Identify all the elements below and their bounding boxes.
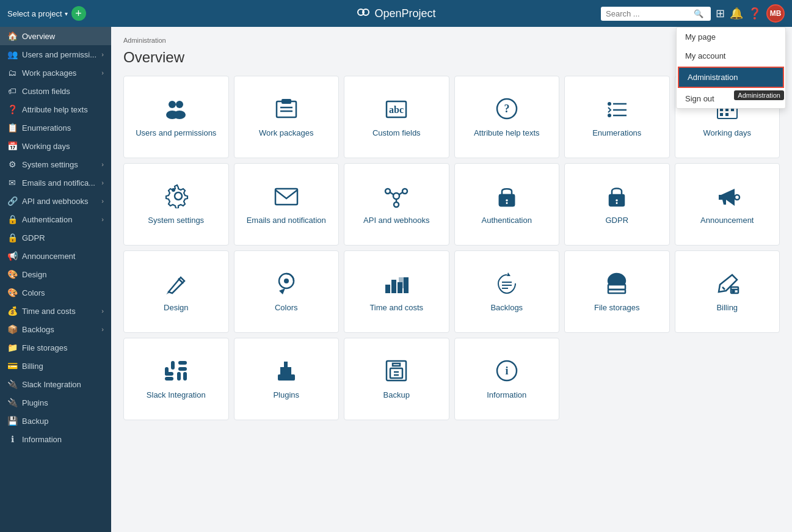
card-authentication[interactable]: Authentication: [454, 163, 560, 246]
card-information[interactable]: i Information: [454, 338, 560, 420]
sidebar-item-api-webhooks[interactable]: 🔗 API and webhooks ›: [0, 192, 111, 210]
svg-point-43: [615, 199, 619, 202]
sidebar-item-time-costs[interactable]: 💰 Time and costs ›: [0, 302, 111, 320]
svg-point-48: [284, 279, 289, 283]
card-gdpr[interactable]: GDPR: [564, 163, 670, 246]
svg-point-3: [176, 101, 183, 108]
svg-rect-62: [177, 372, 181, 381]
sidebar-item-design[interactable]: 🎨 Design: [0, 265, 111, 283]
svg-point-5: [173, 111, 186, 119]
sidebar-item-label: Authentication: [22, 215, 96, 224]
sidebar-item-gdpr[interactable]: 🔒 GDPR: [0, 228, 111, 247]
dropdown-my-account[interactable]: My account: [677, 46, 785, 65]
sidebar-item-label: Announcement: [22, 252, 104, 261]
information-icon: i: [493, 359, 520, 383]
sidebar-item-emails-notifications[interactable]: ✉ Emails and notifica... ›: [0, 173, 111, 192]
help-texts-icon: ❓: [7, 104, 17, 114]
sidebar-item-authentication[interactable]: 🔒 Authentication ›: [0, 210, 111, 228]
search-input[interactable]: [606, 9, 691, 18]
card-design[interactable]: Design: [123, 250, 229, 333]
work-packages-icon: [273, 97, 300, 121]
sidebar-item-work-packages[interactable]: 🗂 Work packages ›: [0, 64, 111, 82]
file-storages-icon: 📁: [7, 343, 17, 352]
sidebar-item-backup[interactable]: 💾 Backup: [0, 412, 111, 430]
svg-point-29: [172, 188, 175, 192]
sidebar-item-information[interactable]: ℹ Information: [0, 430, 111, 448]
svg-point-33: [402, 189, 407, 194]
search-box[interactable]: 🔍: [601, 7, 711, 21]
sidebar-item-label: Colors: [22, 288, 104, 297]
sidebar-item-announcement[interactable]: 📢 Announcement: [0, 247, 111, 265]
card-enumerations[interactable]: Enumerations: [564, 76, 670, 158]
sidebar-item-billing[interactable]: 💳 Billing: [0, 357, 111, 375]
email-icon: ✉: [7, 178, 17, 188]
notification-bell-button[interactable]: 🔔: [730, 7, 743, 20]
card-billing[interactable]: Billing: [675, 250, 780, 333]
card-label: Users and permissions: [136, 128, 216, 137]
dropdown-my-page[interactable]: My page: [677, 27, 785, 46]
sidebar-item-backlogs[interactable]: 📦 Backlogs ›: [0, 320, 111, 338]
authentication-icon: [493, 184, 520, 208]
time-costs-icon: [383, 271, 410, 296]
sidebar-item-overview[interactable]: 🏠 Overview: [0, 27, 111, 45]
card-plugins[interactable]: Plugins: [234, 338, 340, 420]
user-avatar[interactable]: MB: [766, 4, 785, 23]
time-costs-icon: 💰: [7, 306, 17, 316]
card-colors[interactable]: Colors: [234, 250, 340, 333]
card-emails-notification[interactable]: Emails and notification: [234, 163, 340, 246]
card-label: Work packages: [259, 128, 313, 137]
card-time-costs[interactable]: Time and costs: [344, 250, 449, 333]
sidebar-item-working-days[interactable]: 📅 Working days: [0, 137, 111, 155]
chevron-right-icon: ›: [101, 307, 104, 315]
information-icon: ℹ: [7, 434, 17, 444]
card-users-permissions[interactable]: Users and permissions: [123, 76, 229, 158]
svg-rect-63: [178, 361, 187, 365]
backlogs-icon: 📦: [7, 324, 17, 334]
sidebar-item-label: Billing: [22, 362, 104, 371]
card-work-packages[interactable]: Work packages: [234, 76, 340, 158]
svg-rect-7: [282, 99, 291, 104]
sidebar-item-custom-fields[interactable]: 🏷 Custom fields: [0, 82, 111, 100]
chevron-right-icon: ›: [101, 161, 104, 168]
sidebar-item-system-settings[interactable]: ⚙ System settings ›: [0, 155, 111, 173]
project-selector[interactable]: Select a project ▾: [7, 9, 68, 18]
help-button[interactable]: ❓: [748, 7, 761, 20]
svg-rect-49: [385, 285, 390, 293]
sidebar-item-users-permissions[interactable]: 👥 Users and permissi... ›: [0, 45, 111, 64]
card-attribute-help-texts[interactable]: ? Attribute help texts: [454, 76, 560, 158]
card-api-webhooks[interactable]: API and webhooks: [344, 163, 449, 246]
card-custom-fields[interactable]: abc Custom fields: [344, 76, 449, 158]
svg-point-32: [385, 189, 390, 194]
sidebar-item-enumerations[interactable]: 📋 Enumerations: [0, 118, 111, 137]
card-system-settings[interactable]: System settings: [123, 163, 229, 246]
grid-icon-button[interactable]: ⊞: [716, 7, 725, 20]
card-backup[interactable]: Backup: [344, 338, 449, 420]
card-slack-integration[interactable]: Slack Integration: [123, 338, 229, 420]
card-file-storages[interactable]: File storages: [564, 250, 670, 333]
chevron-right-icon: ›: [101, 51, 104, 58]
add-project-button[interactable]: +: [71, 6, 86, 21]
users-icon: 👥: [7, 49, 17, 59]
card-label: File storages: [594, 303, 639, 312]
gdpr-icon: 🔒: [7, 233, 17, 242]
enumerations-icon: [603, 97, 630, 121]
main-layout: 🏠 Overview 👥 Users and permissi... › 🗂 W…: [0, 27, 792, 532]
card-label: Information: [487, 390, 526, 399]
sidebar-item-label: Overview: [22, 32, 104, 41]
card-backlogs[interactable]: Backlogs: [454, 250, 560, 333]
users-permissions-icon: [162, 97, 189, 121]
card-announcement[interactable]: Announcement: [675, 163, 780, 246]
card-label: Backlogs: [490, 303, 523, 312]
svg-line-35: [390, 192, 394, 195]
sidebar-item-plugins[interactable]: 🔌 Plugins: [0, 393, 111, 412]
sidebar-item-attribute-help-texts[interactable]: ❓ Attribute help texts: [0, 100, 111, 118]
sidebar-item-file-storages[interactable]: 📁 File storages: [0, 338, 111, 357]
svg-point-2: [169, 101, 176, 108]
sidebar-item-label: Backup: [22, 417, 104, 426]
sidebar-item-colors[interactable]: 🎨 Colors: [0, 283, 111, 302]
svg-rect-67: [178, 367, 187, 371]
sidebar-item-slack-integration[interactable]: 🔌 Slack Integration: [0, 375, 111, 393]
card-label: Emails and notification: [247, 216, 326, 225]
svg-text:i: i: [505, 365, 508, 377]
dropdown-administration[interactable]: Administration Administration: [678, 67, 784, 88]
